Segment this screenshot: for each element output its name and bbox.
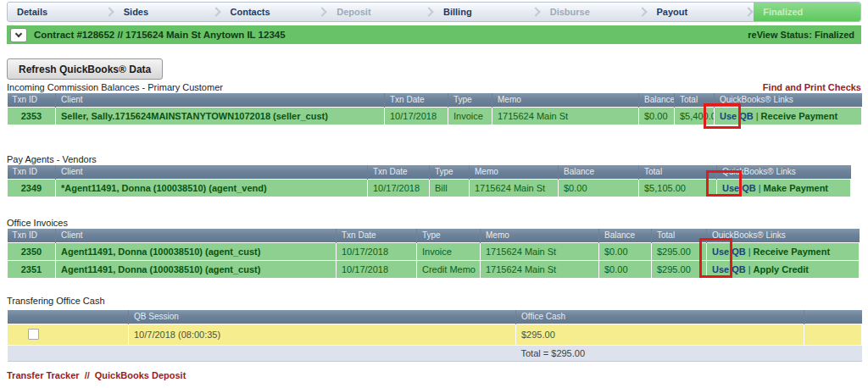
qb-session-cell: 10/7/2018 (08:00:35) (129, 324, 516, 345)
header-memo: Memo (481, 229, 599, 242)
review-status: reView Status: Finalized (748, 30, 854, 40)
txn-date-cell: 10/17/2018 (337, 260, 417, 278)
header-client: Client (56, 93, 385, 107)
header-balance: Balance (559, 165, 639, 179)
table-header-row: Txn ID Client Txn Date Type Memo Balance… (8, 165, 851, 179)
office-cash-cell: $295.00 (516, 324, 804, 345)
client-cell: *Agent11491, Donna (100038510) (agent_ve… (56, 179, 368, 197)
tab-label: Payout (657, 7, 688, 17)
tab-label: Sides (124, 7, 148, 17)
receive-payment-link[interactable]: Receive Payment (761, 111, 838, 121)
contract-expand-button[interactable] (10, 28, 27, 42)
memo-cell: 1715624 Main St (481, 260, 599, 278)
total-spacer-cell (804, 345, 862, 361)
header-total: Total (675, 93, 715, 107)
header-total: Total (639, 165, 717, 179)
txn-id-cell: 2349 (8, 179, 56, 197)
use-qb-link[interactable]: Use QB (712, 264, 746, 274)
total-cell: $295.00 (652, 242, 707, 260)
chevron-right-icon (637, 7, 647, 16)
txn-date-cell: 10/17/2018 (337, 242, 417, 260)
wizard-tab-bar: Details Sides Contacts Deposit Billing D… (7, 2, 861, 22)
transfer-row: 10/7/2018 (08:00:35) $295.00 (8, 324, 862, 345)
qb-links-cell: Use QB|Apply Credit (707, 260, 860, 278)
txn-date-cell: 10/17/2018 (368, 179, 430, 197)
balance-cell: $0.00 (639, 107, 675, 125)
table-row: 2353 Seller, Sally.1715624MAINSTANYTOWN1… (8, 107, 862, 125)
section-title-incoming-commission: Incoming Commission Balances - Primary C… (7, 82, 223, 92)
type-cell: Invoice (417, 242, 481, 260)
header-balance: Balance (599, 229, 652, 242)
use-qb-link[interactable]: Use QB (712, 247, 746, 257)
txn-id-cell: 2351 (8, 260, 56, 278)
header-txn-id: Txn ID (8, 229, 56, 242)
section-pay-agents: Pay Agents - Vendors Txn ID Client Txn D… (7, 153, 850, 197)
type-cell: Credit Memo (417, 260, 481, 278)
chevron-right-icon (104, 7, 114, 16)
memo-cell: 1715624 Main St (470, 179, 559, 197)
tab-details[interactable]: Details (8, 3, 114, 21)
chevron-right-icon (318, 7, 327, 16)
checkbox-cell (8, 324, 129, 345)
balance-cell: $0.00 (599, 260, 652, 278)
txn-date-cell: 10/17/2018 (385, 107, 448, 125)
tab-payout[interactable]: Payout (648, 3, 754, 21)
section-transfer-cash: Transfering Office Cash QB Session Offic… (7, 295, 861, 362)
header-spacer-col (804, 310, 862, 324)
table-header-row: Txn ID Client Txn Date Type Memo Balance… (8, 229, 860, 242)
header-txn-id: Txn ID (8, 165, 56, 179)
transfer-table: QB Session Office Cash 10/7/2018 (08:00:… (7, 310, 862, 362)
chevron-right-icon (531, 7, 540, 16)
txn-id-cell: 2350 (8, 242, 56, 260)
tab-sides[interactable]: Sides (114, 3, 221, 21)
header-total: Total (652, 229, 707, 242)
total-spacer-cell (8, 345, 129, 361)
tab-label: Disburse (550, 7, 590, 17)
section-office-invoices: Office Invoices Txn ID Client Txn Date T… (7, 217, 859, 279)
section-title-pay-agents: Pay Agents - Vendors (7, 154, 97, 164)
transfer-row-checkbox[interactable] (28, 329, 39, 340)
memo-cell: 1715624 Main St (492, 107, 639, 125)
pay-agents-table: Txn ID Client Txn Date Type Memo Balance… (7, 165, 851, 197)
balance-cell: $0.00 (599, 242, 652, 260)
header-qb-session: QB Session (129, 310, 516, 324)
apply-credit-link[interactable]: Apply Credit (754, 264, 809, 274)
tab-label: Deposit (337, 7, 370, 17)
use-qb-link[interactable]: Use QB (722, 183, 756, 193)
office-invoices-table: Txn ID Client Txn Date Type Memo Balance… (7, 229, 860, 279)
make-payment-link[interactable]: Make Payment (764, 183, 828, 193)
header-qb-links: QuickBooks® Links (717, 165, 851, 179)
table-header-row: QB Session Office Cash (8, 310, 862, 324)
header-txn-date: Txn Date (368, 165, 430, 179)
section-title-transfer-cash: Transfering Office Cash (7, 296, 105, 306)
quickbooks-deposit-link[interactable]: QuickBooks Deposit (95, 370, 186, 380)
header-checkbox-col (8, 310, 129, 324)
transfer-total-row: Total = $295.00 (8, 345, 862, 361)
tab-billing[interactable]: Billing (434, 3, 541, 21)
link-separator: | (748, 247, 751, 257)
use-qb-link[interactable]: Use QB (720, 111, 754, 121)
refresh-quickbooks-button[interactable]: Refresh QuickBooks® Data (7, 58, 163, 80)
header-type: Type (448, 93, 492, 107)
tab-contacts[interactable]: Contacts (221, 3, 328, 21)
tab-finalized[interactable]: Finalized (754, 3, 860, 21)
find-and-print-checks-link[interactable]: Find and Print Checks (763, 82, 861, 92)
link-separator: | (748, 264, 751, 274)
table-row: 2350 Agent11491, Donna (100038510) (agen… (8, 242, 860, 260)
footer-links: Transfer Tracker//QuickBooks Deposit (7, 370, 186, 380)
header-office-cash: Office Cash (516, 310, 804, 324)
table-row: 2349 *Agent11491, Donna (100038510) (age… (8, 179, 851, 197)
contract-header-bar: Contract #128652 // 1715624 Main St Anyt… (7, 25, 861, 44)
total-cell: $5,105.00 (639, 179, 717, 197)
transfer-tracker-link[interactable]: Transfer Tracker (7, 370, 80, 380)
chevron-right-icon (744, 7, 754, 16)
receive-payment-link[interactable]: Receive Payment (754, 247, 831, 257)
total-cell: $295.00 (652, 260, 707, 278)
link-separator: | (759, 183, 761, 193)
client-cell: Agent11491, Donna (100038510) (agent_cus… (56, 260, 337, 278)
tab-label: Finalized (763, 7, 803, 17)
qb-links-cell: Use QB|Receive Payment (707, 242, 860, 260)
header-qb-links: QuickBooks® Links (715, 93, 862, 107)
tab-label: Details (17, 7, 47, 17)
header-client: Client (56, 229, 337, 242)
